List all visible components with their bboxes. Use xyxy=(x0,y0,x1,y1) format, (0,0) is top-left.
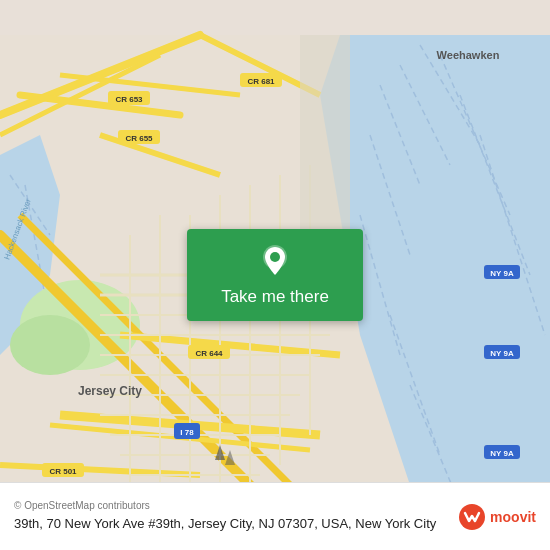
cta-label: Take me there xyxy=(221,287,329,307)
take-me-there-button[interactable]: Take me there xyxy=(187,229,363,321)
svg-text:Weehawken: Weehawken xyxy=(437,49,500,61)
location-info: © OpenStreetMap contributors 39th, 70 Ne… xyxy=(14,500,448,533)
map-container: CR 653 CR 681 CR 655 CR 644 I 78 CR 501 … xyxy=(0,0,550,550)
svg-point-73 xyxy=(270,252,280,262)
svg-text:NY 9A: NY 9A xyxy=(490,269,514,278)
moovit-brand-text: moovit xyxy=(490,509,536,525)
svg-text:CR 653: CR 653 xyxy=(115,95,143,104)
svg-text:I 78: I 78 xyxy=(180,428,194,437)
svg-text:CR 501: CR 501 xyxy=(49,467,77,476)
moovit-icon xyxy=(458,503,486,531)
moovit-logo: moovit xyxy=(458,503,536,531)
svg-rect-47 xyxy=(300,35,350,235)
svg-text:Jersey City: Jersey City xyxy=(78,384,142,398)
svg-point-16 xyxy=(10,315,90,375)
location-text: 39th, 70 New York Ave #39th, Jersey City… xyxy=(14,515,448,533)
svg-text:NY 9A: NY 9A xyxy=(490,449,514,458)
svg-text:CR 644: CR 644 xyxy=(195,349,223,358)
location-pin-icon xyxy=(257,243,293,279)
svg-text:CR 655: CR 655 xyxy=(125,134,153,143)
osm-credit: © OpenStreetMap contributors xyxy=(14,500,448,511)
bottom-bar: © OpenStreetMap contributors 39th, 70 Ne… xyxy=(0,482,550,550)
svg-text:CR 681: CR 681 xyxy=(247,77,275,86)
svg-text:NY 9A: NY 9A xyxy=(490,349,514,358)
